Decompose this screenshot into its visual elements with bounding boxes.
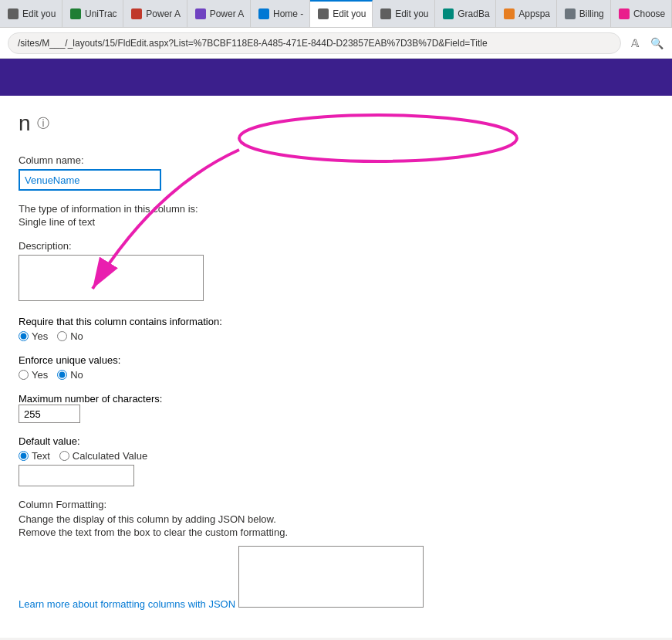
tab-edit-you-3[interactable]: Edit you (373, 0, 435, 28)
tab-billing[interactable]: Billing (557, 0, 611, 28)
tab-label-9: Appspa (518, 8, 550, 19)
tab-icon-6 (318, 8, 329, 19)
description-textarea[interactable] (19, 255, 204, 301)
require-yes-label: Yes (32, 330, 48, 342)
default-text-radio[interactable] (19, 451, 29, 461)
require-section: Require that this column contains inform… (19, 316, 653, 342)
tab-label-5: Home - (273, 8, 303, 19)
require-yes-option[interactable]: Yes (19, 330, 48, 342)
tab-home[interactable]: Home - (251, 0, 310, 28)
tab-label-3: Power A (146, 8, 181, 19)
max-chars-label: Maximum number of characters: (19, 393, 653, 405)
tab-label-4: Power A (210, 8, 245, 19)
formatting-desc1: Change the display of this column by add… (19, 513, 653, 525)
column-formatting-label: Column Formatting: (19, 499, 653, 510)
tab-unitrac[interactable]: UniTrac (62, 0, 123, 28)
tab-label-10: Billing (579, 8, 604, 19)
type-label: The type of information in this column i… (19, 203, 653, 215)
default-value-input[interactable] (19, 465, 134, 486)
tab-label-1: Edit you (22, 8, 56, 19)
enforce-radio-group: Yes No (19, 369, 653, 381)
require-no-radio[interactable] (57, 331, 67, 341)
description-section: Description: (19, 240, 653, 303)
default-calculated-label: Calculated Value (73, 450, 147, 462)
require-radio-group: Yes No (19, 330, 653, 342)
default-text-label: Text (32, 450, 50, 462)
max-chars-input[interactable] (19, 405, 80, 423)
column-formatting-section: Column Formatting: Change the display of… (19, 499, 653, 610)
require-yes-radio[interactable] (19, 331, 29, 341)
tab-label-7: Edit you (395, 8, 428, 19)
tab-label-2: UniTrac (85, 8, 117, 19)
tab-power-a-2[interactable]: Power A (187, 0, 251, 28)
tab-gradba[interactable]: GradBa (435, 0, 496, 28)
tab-power-a-1[interactable]: Power A (123, 0, 187, 28)
column-name-label: Column name: (19, 154, 653, 166)
tab-icon-1 (8, 8, 19, 19)
enforce-section: Enforce unique values: Yes No (19, 354, 653, 381)
default-value-section: Default value: Text Calculated Value (19, 435, 653, 486)
formatting-json-textarea[interactable] (238, 546, 424, 608)
enforce-yes-option[interactable]: Yes (19, 369, 48, 381)
nav-bar (0, 59, 672, 96)
description-label: Description: (19, 240, 653, 252)
zoom-icon[interactable]: 🔍 (649, 36, 664, 51)
default-radio-group: Text Calculated Value (19, 450, 653, 462)
tab-icon-2 (70, 8, 81, 19)
tab-edit-you-active[interactable]: Edit you (310, 0, 373, 28)
url-input[interactable] (8, 32, 621, 54)
max-chars-section: Maximum number of characters: (19, 393, 653, 423)
tab-label-8: GradBa (458, 8, 489, 19)
enforce-yes-label: Yes (32, 369, 48, 381)
enforce-label: Enforce unique values: (19, 354, 653, 366)
column-name-section: Column name: (19, 154, 653, 191)
browser-tabs: Edit you UniTrac Power A Power A Home - … (0, 0, 672, 28)
tab-icon-7 (380, 8, 391, 19)
tab-icon-10 (565, 8, 576, 19)
tab-label-6: Edit you (333, 8, 366, 19)
enforce-no-option[interactable]: No (57, 369, 83, 381)
default-calculated-radio[interactable] (59, 451, 69, 461)
tab-edit-you-1[interactable]: Edit you (0, 0, 62, 28)
tab-icon-8 (443, 8, 454, 19)
info-icon[interactable]: ⓘ (37, 116, 49, 132)
tab-choose[interactable]: Choose (611, 0, 672, 28)
tab-label-11: Choose (633, 8, 665, 19)
page-title: n (19, 111, 31, 136)
tab-icon-5 (258, 8, 269, 19)
column-name-input[interactable] (19, 169, 161, 191)
type-section: The type of information in this column i… (19, 203, 653, 228)
enforce-no-label: No (70, 369, 83, 381)
address-bar: 𝔸 🔍 (0, 28, 672, 59)
type-value: Single line of text (19, 216, 653, 228)
page-content: n ⓘ Column name: The type of information… (0, 96, 672, 638)
enforce-yes-radio[interactable] (19, 370, 29, 380)
tab-icon-9 (504, 8, 515, 19)
page-title-area: n ⓘ (19, 111, 653, 136)
enforce-no-radio[interactable] (57, 370, 67, 380)
require-label: Require that this column contains inform… (19, 316, 653, 327)
formatting-desc2: Remove the text from the box to clear th… (19, 527, 653, 538)
require-no-label: No (70, 330, 83, 342)
formatting-learn-more-link[interactable]: Learn more about formatting columns with… (19, 598, 235, 610)
tab-icon-11 (619, 8, 630, 19)
reader-mode-icon[interactable]: 𝔸 (627, 36, 643, 51)
tab-appspa[interactable]: Appspa (496, 0, 556, 28)
default-value-label: Default value: (19, 435, 653, 447)
tab-icon-4 (195, 8, 206, 19)
default-calculated-option[interactable]: Calculated Value (59, 450, 147, 462)
default-text-option[interactable]: Text (19, 450, 50, 462)
require-no-option[interactable]: No (57, 330, 83, 342)
tab-icon-3 (131, 8, 142, 19)
